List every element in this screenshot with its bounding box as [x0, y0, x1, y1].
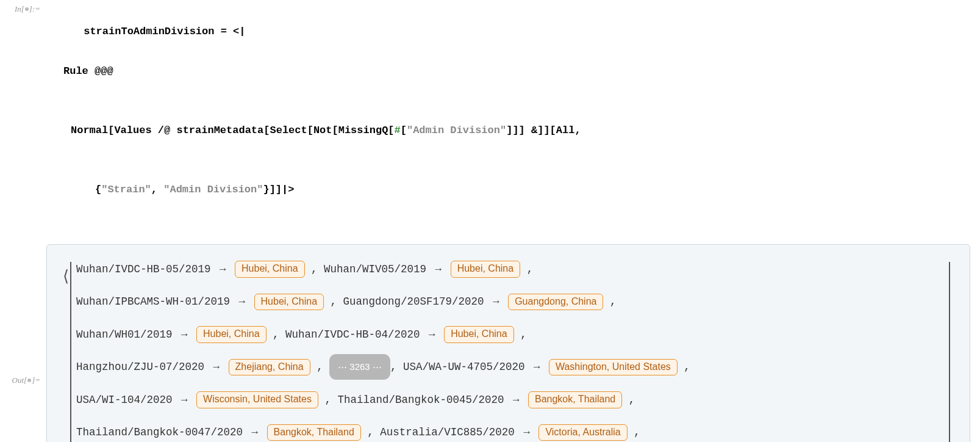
placeholder-icon: [25, 7, 29, 11]
code-token: strainMetadata: [176, 125, 263, 136]
in-label: In[]:=: [2, 2, 46, 239]
strain-key: Wuhan/WIV05/2019: [324, 263, 426, 275]
strain-key: Wuhan/IPBCAMS-WH-01/2019: [76, 295, 230, 308]
association-body: Wuhan/IVDC-HB-05/2019 → Hubei, China , W…: [73, 256, 948, 442]
output-line: USA/WI-104/2020 → Wisconsin, United Stat…: [76, 386, 944, 415]
code-token: Rule: [63, 65, 88, 77]
code-string: "Admin Division": [407, 125, 506, 136]
delim-bar: [949, 262, 950, 442]
entity-pill[interactable]: Hubei, China: [444, 326, 514, 343]
code-slot: #: [395, 125, 401, 136]
code-string: "Strain": [101, 184, 151, 195]
code-token: Normal: [71, 125, 108, 136]
entity-pill[interactable]: Victoria, Australia: [538, 424, 627, 441]
code-token: Values: [114, 125, 151, 136]
code-token: [: [401, 125, 407, 136]
rule-arrow-icon: →: [426, 263, 451, 275]
code-token: [: [332, 125, 338, 136]
code-token: ]]] &]][: [506, 125, 556, 136]
entity-pill[interactable]: Hubei, China: [196, 326, 266, 343]
code-token: ,: [574, 125, 581, 136]
rule-arrow-icon: →: [243, 426, 267, 438]
out-label-prefix: Out[: [12, 375, 27, 385]
placeholder-icon: [27, 379, 31, 382]
rule-arrow-icon: →: [484, 295, 509, 308]
output-line: Wuhan/WH01/2019 → Hubei, China , Wuhan/I…: [76, 321, 944, 349]
input-cell: In[]:= strainToAdminDivision = <| Rule @…: [2, 2, 978, 239]
entity-pill[interactable]: Guangdong, China: [508, 294, 603, 311]
code-string: "Admin Division": [163, 184, 263, 195]
in-label-suffix: ]:=: [29, 4, 40, 13]
assoc-open-delim: ⟨: [63, 256, 69, 442]
code-token: {: [95, 184, 101, 195]
rule-arrow-icon: →: [230, 295, 254, 308]
code-token: ,: [151, 184, 163, 195]
strain-key: Guangdong/20SF179/2020: [343, 295, 484, 308]
code-token: strainToAdminDivision: [84, 26, 214, 37]
rule-arrow-icon: →: [211, 263, 235, 275]
code-token: Select: [270, 125, 307, 136]
elision-pill[interactable]: ⋯ 3263 ⋯: [329, 354, 390, 380]
code-token: Not: [313, 125, 332, 136]
out-label-suffix: ]=: [32, 375, 40, 385]
entity-pill[interactable]: Bangkok, Thailand: [528, 391, 622, 408]
rule-arrow-icon: →: [524, 361, 549, 373]
out-label: Out[]=: [2, 244, 46, 442]
association-display: ⟨ Wuhan/IVDC-HB-05/2019 → Hubei, China ,…: [59, 256, 957, 442]
code-token: [: [388, 125, 394, 136]
input-code[interactable]: strainToAdminDivision = <| Rule @@@ Norm…: [46, 2, 978, 239]
code-token: @@@: [88, 65, 113, 77]
output-line: Hangzhou/ZJU-07/2020 → Zhejiang, China ,…: [76, 353, 944, 382]
strain-key: Thailand/Bangkok-0047/2020: [76, 426, 243, 438]
output-line: Wuhan/IVDC-HB-05/2019 → Hubei, China , W…: [76, 256, 944, 284]
entity-pill[interactable]: Hubei, China: [451, 261, 521, 278]
angle-open-icon: ⟨: [63, 256, 69, 297]
entity-pill[interactable]: Washington, United States: [549, 359, 678, 376]
code-token: = <|: [214, 26, 245, 37]
rule-arrow-icon: →: [173, 328, 197, 341]
code-token: [: [108, 125, 114, 136]
code-token: /@: [152, 125, 177, 136]
rule-arrow-icon: →: [420, 328, 445, 341]
entity-pill[interactable]: Wisconsin, United States: [196, 391, 318, 408]
assoc-close-delim: ⟩: [951, 256, 957, 442]
output-box: ⟨ Wuhan/IVDC-HB-05/2019 → Hubei, China ,…: [46, 244, 970, 442]
output-line: Wuhan/IPBCAMS-WH-01/2019 → Hubei, China …: [76, 288, 944, 316]
output-cell: Out[]= ⟨ Wuhan/IVDC-HB-05/2019 → Hubei, …: [2, 244, 978, 442]
code-token: [: [263, 125, 270, 136]
output-line: Thailand/Bangkok-0047/2020 → Bangkok, Th…: [76, 419, 944, 442]
rule-arrow-icon: →: [515, 426, 539, 438]
strain-key: Wuhan/WH01/2019: [76, 328, 173, 341]
strain-key: USA/WI-104/2020: [76, 394, 173, 406]
code-token: MissingQ: [338, 125, 388, 136]
strain-key: Wuhan/IVDC-HB-05/2019: [76, 263, 211, 275]
rule-arrow-icon: →: [504, 394, 528, 406]
code-token: [: [307, 125, 313, 136]
strain-key: USA/WA-UW-4705/2020: [403, 361, 525, 373]
strain-key: Wuhan/IVDC-HB-04/2020: [285, 328, 420, 341]
entity-pill[interactable]: Bangkok, Thailand: [267, 424, 361, 441]
code-token: }]]|>: [263, 184, 294, 195]
rule-arrow-icon: →: [173, 394, 197, 406]
entity-pill[interactable]: Hubei, China: [235, 261, 305, 278]
strain-key: Thailand/Bangkok-0045/2020: [337, 394, 504, 406]
strain-key: Australia/VIC885/2020: [380, 426, 515, 438]
rule-arrow-icon: →: [204, 361, 229, 373]
code-token: All: [556, 125, 575, 136]
in-label-prefix: In[: [15, 4, 24, 13]
strain-key: Hangzhou/ZJU-07/2020: [76, 361, 204, 373]
entity-pill[interactable]: Hubei, China: [254, 294, 324, 311]
entity-pill[interactable]: Zhejiang, China: [229, 359, 310, 376]
delim-bar: [70, 262, 71, 442]
input-content[interactable]: strainToAdminDivision = <| Rule @@@ Norm…: [46, 2, 978, 239]
